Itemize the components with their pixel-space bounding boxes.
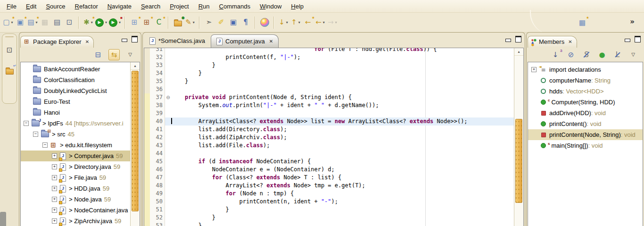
package-explorer-tab[interactable]: ⊞ Package Explorer ✕ bbox=[20, 36, 94, 48]
code-line[interactable]: 52 } bbox=[144, 214, 514, 222]
open-perspective-icon[interactable]: ▦★ bbox=[577, 17, 587, 29]
expander-plus-icon[interactable]: + bbox=[52, 197, 57, 202]
change-ruler[interactable] bbox=[144, 150, 150, 158]
line-number[interactable]: 31 bbox=[150, 48, 165, 53]
dropdown-arrow-icon[interactable]: ▾ bbox=[323, 20, 325, 25]
menu-item-search[interactable]: Search bbox=[136, 1, 165, 11]
hide-fields-icon[interactable]: ⊘ bbox=[566, 50, 576, 60]
dropdown-arrow-icon[interactable]: ▾ bbox=[298, 20, 300, 25]
open-type-icon[interactable]: ● bbox=[173, 17, 183, 29]
line-number[interactable]: 46 bbox=[150, 166, 165, 174]
scrollbar-thumb[interactable] bbox=[515, 119, 522, 203]
run-icon[interactable]: ▶▾ bbox=[95, 17, 107, 29]
tree-item[interactable]: +J> Directory.java59 bbox=[21, 161, 131, 172]
tree-item[interactable]: −J> IpdFs44 [https://svnserver.i bbox=[21, 118, 131, 129]
change-ruler[interactable] bbox=[144, 222, 150, 226]
mark-occurrences-icon[interactable]: ✐ bbox=[216, 17, 226, 29]
toolbar-overflow-icon[interactable]: » bbox=[627, 16, 637, 28]
code-line[interactable]: 36 bbox=[144, 85, 514, 93]
maximize-icon[interactable] bbox=[515, 36, 521, 42]
new-window-icon[interactable]: ▣★ bbox=[15, 17, 25, 29]
code-line[interactable]: 53 } bbox=[144, 222, 514, 226]
new-class-icon[interactable]: C★ bbox=[154, 17, 164, 29]
member-item[interactable]: computerName : String bbox=[528, 75, 643, 86]
open-view-icon[interactable]: ↵ bbox=[4, 65, 15, 77]
goto-marker-icon[interactable]: ➣ bbox=[204, 17, 214, 29]
member-item[interactable]: printContent() : void bbox=[528, 118, 643, 129]
change-ruler[interactable] bbox=[144, 158, 150, 166]
change-ruler[interactable] bbox=[144, 174, 150, 182]
line-number[interactable]: 43 bbox=[150, 142, 165, 150]
expander-minus-icon[interactable]: − bbox=[42, 142, 48, 148]
menu-item-project[interactable]: Project bbox=[165, 1, 193, 11]
code-line[interactable]: 44 bbox=[144, 150, 514, 158]
link-with-editor-icon[interactable]: ⇆ bbox=[108, 49, 120, 60]
change-ruler[interactable] bbox=[144, 190, 150, 198]
fold-collapse-icon[interactable]: ⊖ bbox=[165, 93, 171, 101]
close-icon[interactable]: ✕ bbox=[568, 39, 572, 44]
java-perspective-ball-icon[interactable] bbox=[259, 17, 270, 29]
line-number[interactable]: 45 bbox=[150, 158, 165, 166]
change-ruler[interactable] bbox=[144, 142, 150, 150]
code-line[interactable]: 31 for (File f : hdd.get(File.class)) { bbox=[144, 48, 514, 53]
menu-item-run[interactable]: Run bbox=[194, 1, 215, 11]
view-menu-icon[interactable]: ▽ bbox=[125, 50, 135, 60]
code-line[interactable]: 39 bbox=[144, 109, 514, 117]
next-annotation-icon[interactable]: ↓▾ bbox=[278, 17, 289, 29]
menu-item-navigate[interactable]: Navigate bbox=[103, 1, 136, 11]
scrollbar-thumb[interactable] bbox=[132, 71, 139, 211]
tree-item[interactable]: +J> HDD.java59 bbox=[21, 183, 131, 194]
code-line[interactable]: 37⊖ private void printContent(Node d, St… bbox=[144, 93, 514, 101]
change-ruler[interactable] bbox=[144, 117, 150, 126]
tree-item[interactable]: Euro-Test bbox=[21, 96, 131, 107]
line-number[interactable]: 38 bbox=[150, 101, 165, 109]
code-line[interactable]: 41 list.add(Directory.class); bbox=[144, 126, 514, 134]
line-number[interactable]: 41 bbox=[150, 126, 165, 134]
expander-plus-icon[interactable]: + bbox=[52, 175, 57, 180]
line-number[interactable]: 42 bbox=[150, 134, 165, 142]
tree-item[interactable]: −⊞> edu.kit.filesystem bbox=[21, 140, 131, 151]
show-source-of-element-icon[interactable]: ▣ bbox=[228, 17, 239, 29]
line-number[interactable]: 44 bbox=[150, 150, 165, 158]
line-number[interactable]: 34 bbox=[150, 69, 165, 77]
expander-plus-icon[interactable]: + bbox=[531, 67, 537, 72]
change-ruler[interactable] bbox=[144, 109, 150, 117]
change-ruler[interactable] bbox=[144, 85, 150, 93]
change-ruler[interactable] bbox=[144, 214, 150, 222]
editor-scrollbar[interactable]: ▴ bbox=[514, 48, 523, 226]
previous-annotation-icon[interactable]: ↑▾ bbox=[290, 17, 301, 29]
dropdown-arrow-icon[interactable]: ▾ bbox=[193, 20, 195, 25]
member-item[interactable]: hdds : Vector<HDD> bbox=[528, 86, 643, 97]
menu-item-source[interactable]: Source bbox=[41, 1, 70, 11]
members-tab[interactable]: ▪●▲● Members ✕ bbox=[528, 36, 577, 48]
change-ruler[interactable] bbox=[144, 48, 150, 53]
line-number[interactable]: 33 bbox=[150, 61, 165, 69]
save-icon[interactable]: ▦ bbox=[40, 17, 50, 29]
menu-item-file[interactable]: File bbox=[2, 1, 21, 11]
code-editor[interactable]: 31 for (File f : hdd.get(File.class)) {3… bbox=[144, 48, 514, 226]
change-ruler[interactable] bbox=[144, 77, 150, 85]
member-item[interactable]: smain(String[]) : void bbox=[528, 140, 643, 151]
tree-item[interactable]: ColorClassification bbox=[21, 75, 131, 85]
debug-icon[interactable]: ✱★▾ bbox=[83, 17, 93, 29]
hide-non-public-icon[interactable]: ● bbox=[597, 50, 607, 60]
members-list[interactable]: +≡◄import declarationscomputerName : Str… bbox=[528, 62, 643, 226]
menu-item-commands[interactable]: Commands bbox=[215, 1, 255, 11]
new-java-project-icon[interactable]: ⊞★ bbox=[129, 17, 140, 29]
code-line[interactable]: 50 printContent(n, ident + "-"); bbox=[144, 198, 514, 206]
change-ruler[interactable] bbox=[144, 126, 150, 134]
menu-item-edit[interactable]: Edit bbox=[21, 1, 41, 11]
code-line[interactable]: 34 } bbox=[144, 69, 514, 77]
line-number[interactable]: 35 bbox=[150, 77, 165, 85]
dropdown-arrow-icon[interactable]: ▾ bbox=[286, 20, 288, 25]
dropdown-arrow-icon[interactable]: ▾ bbox=[91, 20, 93, 25]
tree-item[interactable]: +J> Node.java59 bbox=[21, 194, 131, 205]
change-ruler[interactable] bbox=[144, 182, 150, 190]
code-line[interactable]: 33 } bbox=[144, 61, 514, 69]
expander-minus-icon[interactable]: − bbox=[24, 121, 29, 126]
line-number[interactable]: 40 bbox=[150, 117, 165, 126]
code-line[interactable]: 42 list.add(ZipArchiv.class); bbox=[144, 134, 514, 142]
line-number[interactable]: 49 bbox=[150, 190, 165, 198]
package-explorer-tree[interactable]: BankAccountReaderColorClassificationDoub… bbox=[21, 62, 131, 226]
drag-handle[interactable] bbox=[5, 36, 14, 37]
